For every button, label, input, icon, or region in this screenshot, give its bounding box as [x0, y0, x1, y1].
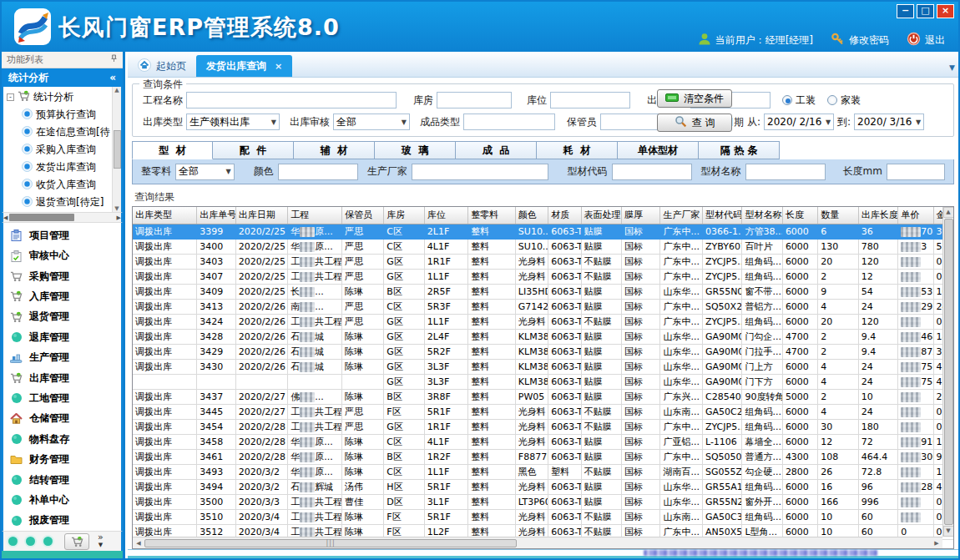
table-row[interactable]: 调拨出库34932020/3/2华原...陈琳C区1L1F整料黑色塑料不贴膜国标…: [133, 464, 954, 479]
radio-jiazhuang[interactable]: 家装: [827, 93, 861, 108]
table-row[interactable]: 调拨出库34032020/2/25工共工程严思G区1R1F整料光身料6063-T…: [133, 254, 954, 269]
table-row[interactable]: 调拨出库34452020/2/27工共工程严思F区5R1F整料光身料6063-T…: [133, 404, 954, 419]
material-tab-单体型材[interactable]: 单体型材: [618, 141, 699, 159]
sidebar-section-header[interactable]: 统计分析 «: [2, 68, 123, 87]
table-row[interactable]: 调拨出库33992020/2/25华原...严思C区2L1F整料SU10...6…: [133, 224, 954, 239]
column-header-保管员[interactable]: 保管员: [341, 207, 383, 224]
logout-button[interactable]: 退出: [907, 32, 945, 48]
column-header-库位[interactable]: 库位: [424, 207, 468, 224]
scroll-right-icon[interactable]: ▶: [117, 214, 121, 221]
column-header-整零料[interactable]: 整零料: [468, 207, 516, 224]
column-header-出库单号[interactable]: 出库单号: [197, 207, 235, 224]
table-row[interactable]: 调拨出库34282020/2/26石城陈琳G区2L4F整料KLM38176063…: [133, 329, 954, 344]
date-from-picker[interactable]: 2020/ 2/16▼: [764, 114, 834, 130]
material-tab-耗材[interactable]: 耗 材: [537, 141, 618, 159]
table-row[interactable]: 调拨出库34612020/2/28华原...陈琳B区1R2F整料F8877FT6…: [133, 449, 954, 464]
column-header-出库日期[interactable]: 出库日期: [235, 207, 288, 224]
tab-close-icon[interactable]: ×: [275, 61, 282, 72]
sidebar-item-项目管理[interactable]: 项目管理: [10, 225, 121, 245]
scroll-left-icon[interactable]: ◀: [3, 214, 8, 221]
color-input[interactable]: [278, 164, 358, 180]
tree-item-收货入库查询[interactable]: 收货入库查询: [3, 176, 112, 194]
column-header-单价[interactable]: 单价: [898, 207, 933, 224]
sidebar-item-退货管理[interactable]: 退货管理: [10, 307, 121, 327]
material-tab-辅材[interactable]: 辅 材: [294, 141, 375, 159]
table-row[interactable]: 调拨出库35002020/3/3工共工程曹佳D区3L1F整料LT3P606063…: [133, 494, 954, 509]
column-header-出库类型[interactable]: 出库类型: [133, 207, 197, 224]
material-tab-隔热条[interactable]: 隔 热 条: [699, 141, 780, 159]
material-tab-配件[interactable]: 配 件: [213, 141, 294, 159]
column-header-出库长度[interactable]: 出库长度: [858, 207, 897, 224]
sidebar-item-补单中心[interactable]: 补单中心: [10, 490, 121, 510]
tab-home[interactable]: 起始页: [128, 55, 196, 77]
table-row[interactable]: 调拨出库34072020/2/25工共工程严思G区1L1F整料光身料6063-T…: [133, 269, 954, 284]
sidebar-item-财务管理[interactable]: 财务管理: [10, 449, 121, 469]
scroll-left-icon[interactable]: ◀: [133, 540, 144, 547]
column-header-生产厂家[interactable]: 生产厂家: [660, 207, 702, 224]
tree-vertical-scrollbar[interactable]: ▲ ▼: [112, 87, 121, 212]
tree-item-退库管理[待定[interactable]: 退库管理[待定: [3, 211, 112, 212]
sidebar-item-采购管理[interactable]: 采购管理: [10, 266, 121, 286]
sidebar-item-入库管理[interactable]: 入库管理: [10, 286, 121, 306]
sidebar-item-结转管理[interactable]: 结转管理: [10, 470, 121, 490]
minimize-button[interactable]: −: [897, 4, 914, 18]
table-row[interactable]: G区3L3F整料KLM38176063-T5贴膜国标山东华...GA90M09.…: [133, 374, 954, 389]
table-row[interactable]: 调拨出库34242020/2/26工共工程严思G区1L1F整料光身料6063-T…: [133, 314, 954, 329]
tab-list-dropdown-icon[interactable]: ▼: [949, 63, 955, 72]
location-input[interactable]: [550, 92, 630, 108]
scroll-thumb[interactable]: [9, 214, 74, 221]
profile-name-input[interactable]: [745, 164, 826, 180]
pin-icon[interactable]: [110, 54, 118, 65]
profile-code-input[interactable]: [612, 164, 692, 180]
table-row[interactable]: 调拨出库34542020/2/28工共工程严思G区1R1F整料光身料6063-T…: [133, 419, 954, 434]
material-tab-型材[interactable]: 型 材: [132, 141, 213, 159]
column-header-工程[interactable]: 工程: [288, 207, 342, 224]
column-header-库房[interactable]: 库房: [384, 207, 424, 224]
table-row[interactable]: 调拨出库34582020/2/28华原...陈琳C区4L1F整料光身料6063-…: [133, 434, 954, 449]
column-header-表面处理[interactable]: 表面处理: [581, 207, 621, 224]
date-to-picker[interactable]: 2020/ 3/16▼: [854, 114, 924, 130]
maximize-button[interactable]: □: [917, 4, 934, 18]
sidebar-item-审核中心[interactable]: 审核中心: [10, 245, 121, 265]
sidebar-item-出库管理[interactable]: 出库管理: [10, 368, 121, 388]
table-row[interactable]: 调拨出库34132020/2/26南...严思C区5R3F整料G71422606…: [133, 299, 954, 314]
tree-item-发货出库查询[interactable]: 发货出库查询: [3, 159, 112, 176]
table-vertical-scrollbar[interactable]: ▲ ▼: [942, 207, 953, 537]
length-input[interactable]: [887, 164, 945, 180]
table-row[interactable]: 调拨出库35102020/3/4工共工程陈琳F区5R1F整料光身料6063-T5…: [133, 509, 954, 524]
sidebar-item-仓储管理[interactable]: 仓储管理: [10, 409, 121, 429]
scroll-thumb[interactable]: [114, 130, 121, 169]
table-horizontal-scrollbar[interactable]: ◀ ||| ▶: [133, 537, 942, 548]
table-row[interactable]: 调拨出库34002020/2/25华原...严思C区4L1F整料SU10...6…: [133, 239, 954, 254]
scroll-thumb[interactable]: |||: [144, 539, 517, 547]
column-header-数量[interactable]: 数量: [818, 207, 858, 224]
tab-shipping-outbound-query[interactable]: 发货出库查询 ×: [196, 55, 292, 77]
table-row[interactable]: 调拨出库34292020/2/26石城陈琳G区5R2F整料KLM38176063…: [133, 344, 954, 359]
footer-dot[interactable]: [26, 537, 35, 546]
footer-cart-button[interactable]: [64, 533, 89, 550]
scroll-up-icon[interactable]: ▲: [943, 207, 954, 218]
manufacturer-input[interactable]: [412, 164, 548, 180]
project-name-input[interactable]: [186, 92, 397, 108]
table-row[interactable]: 调拨出库34302020/2/26石城陈琳G区3L3F整料KLM38176063…: [133, 359, 954, 374]
footer-dot[interactable]: [43, 537, 53, 546]
column-header-型材名称[interactable]: 型材名称: [742, 207, 782, 224]
column-header-膜厚[interactable]: 膜厚: [622, 207, 660, 224]
search-button[interactable]: 查 询: [657, 114, 732, 132]
audit-select[interactable]: 全部▼: [333, 114, 410, 130]
change-password-button[interactable]: 修改密码: [831, 33, 889, 48]
footer-dot[interactable]: [8, 537, 18, 546]
scroll-down-icon[interactable]: ▼: [943, 526, 954, 537]
sidebar-item-退库管理[interactable]: 退库管理: [10, 327, 121, 347]
scroll-thumb[interactable]: [944, 219, 953, 525]
column-header-材质[interactable]: 材质: [548, 207, 581, 224]
column-header-型材代码[interactable]: 型材代码: [702, 207, 741, 224]
material-tab-玻璃[interactable]: 玻 璃: [375, 141, 456, 159]
expander-icon[interactable]: -: [7, 93, 14, 101]
tree-item-预算执行查询[interactable]: 预算执行查询: [3, 106, 112, 124]
sidebar-item-生产管理[interactable]: 生产管理: [10, 347, 121, 367]
column-header-颜色[interactable]: 颜色: [515, 207, 548, 224]
radio-gongzhuang[interactable]: 工装: [782, 93, 816, 108]
clear-conditions-button[interactable]: 清空条件: [657, 89, 732, 108]
sidebar-item-物料盘存[interactable]: 物料盘存: [10, 429, 121, 449]
